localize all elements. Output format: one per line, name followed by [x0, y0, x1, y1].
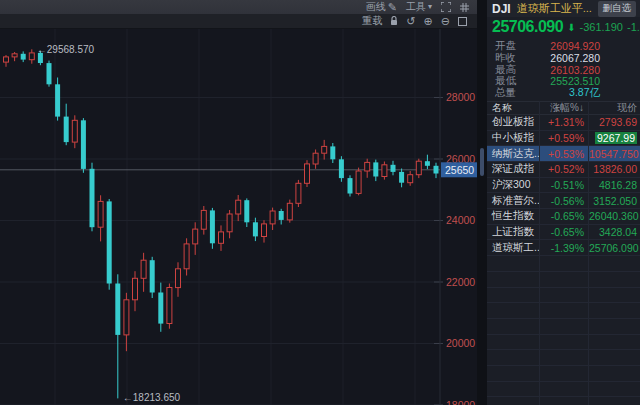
- empty-table-row: [487, 319, 640, 335]
- quote-panel: DJI 道琼斯工业平... 删自选 25706.090 ⬇ -361.190 -…: [487, 0, 640, 405]
- index-price: 3152.050: [588, 193, 640, 208]
- table-row[interactable]: 沪深300 -0.51% 4816.28: [487, 178, 640, 194]
- stat-value: 26103.280: [516, 64, 600, 76]
- index-change: +0.52%: [539, 162, 588, 177]
- index-name: 深证成指: [487, 162, 539, 177]
- index-price: 13826.00: [588, 162, 640, 177]
- index-name: 沪深300: [487, 178, 539, 193]
- svg-text:20000: 20000: [446, 337, 475, 349]
- empty-table-row: [487, 350, 640, 366]
- index-name: 恒生指数: [487, 209, 539, 224]
- undo-icon[interactable]: ↺: [406, 16, 415, 27]
- column-header-name[interactable]: 名称: [487, 101, 539, 115]
- scrollbar-thumb[interactable]: [480, 148, 484, 176]
- tools-dropdown[interactable]: 工具 ▾: [406, 2, 432, 12]
- index-name: 上证指数: [487, 225, 539, 240]
- quote-price-row: 25706.090 ⬇ -361.190 -1.39%: [487, 17, 640, 37]
- table-row[interactable]: 恒生指数 -0.65% 26040.360: [487, 209, 640, 225]
- svg-text:18000: 18000: [446, 399, 475, 405]
- index-change: -0.56%: [539, 193, 588, 208]
- price-change: -361.190: [580, 21, 623, 33]
- price-flash-cell: 9267.99: [595, 132, 637, 144]
- change-header-label: 涨幅%: [550, 101, 579, 115]
- draw-line-button[interactable]: 画线 ✎: [366, 2, 397, 13]
- stat-value: 3.87亿: [516, 86, 600, 100]
- empty-table-row: [487, 272, 640, 288]
- index-price: 2793.69: [588, 115, 640, 130]
- index-change: +1.31%: [539, 115, 588, 130]
- stat-value: 26067.280: [516, 52, 600, 64]
- index-change: -0.51%: [539, 178, 588, 193]
- svg-text:←18213.650: ←18213.650: [123, 392, 181, 403]
- quote-header: DJI 道琼斯工业平... 删自选: [487, 0, 640, 17]
- svg-text:22000: 22000: [446, 276, 475, 288]
- watchlist-remove-button[interactable]: 删自选: [598, 1, 637, 17]
- stat-label: 总量: [495, 86, 516, 100]
- stat-value: 26094.920: [516, 40, 600, 52]
- empty-table-row: [487, 256, 640, 272]
- svg-text:←29568.570: ←29568.570: [37, 44, 95, 55]
- fit-screen-icon[interactable]: [458, 17, 467, 26]
- grid-icon[interactable]: [460, 3, 469, 12]
- table-row[interactable]: 深证成指 +0.52% 13826.00: [487, 162, 640, 178]
- index-price: 4816.28: [588, 178, 640, 193]
- pencil-icon: ✎: [388, 2, 397, 13]
- trading-app-window: 画线 ✎ 工具 ▾ 重载 ↺ ⊕ ⊖: [0, 0, 640, 405]
- column-header-change[interactable]: 涨幅%↓: [539, 101, 588, 115]
- sort-descending-icon: ↓: [579, 102, 584, 113]
- chart-pane: 画线 ✎ 工具 ▾ 重载 ↺ ⊕ ⊖: [0, 0, 477, 405]
- table-row[interactable]: 创业板指 +1.31% 2793.69: [487, 115, 640, 131]
- index-change: +0.59%: [539, 131, 588, 146]
- table-row[interactable]: 标准普尔... -0.56% 3152.050: [487, 193, 640, 209]
- svg-text:24000: 24000: [446, 214, 475, 226]
- zoom-in-icon[interactable]: ⊕: [424, 16, 433, 27]
- index-change: -1.39%: [539, 240, 588, 255]
- index-price: 26040.360: [588, 209, 640, 224]
- table-row[interactable]: 道琼斯工... -1.39% 25706.090: [487, 240, 640, 256]
- watchlist-header: 名称 涨幅%↓ 现价: [487, 102, 640, 115]
- index-change: -0.65%: [539, 209, 588, 224]
- down-arrow-icon: ⬇: [567, 22, 575, 33]
- zoom-out-icon[interactable]: ⊖: [441, 16, 450, 27]
- draw-line-label: 画线: [366, 2, 386, 12]
- lock-icon[interactable]: [390, 16, 398, 26]
- stats-list: 开盘 26094.920昨收 26067.280最高 26103.280最低 2…: [487, 37, 640, 102]
- tools-label: 工具: [406, 2, 426, 12]
- index-price: 9267.99: [588, 131, 640, 146]
- index-price: 3428.04: [588, 225, 640, 240]
- index-price: 10547.750: [588, 146, 640, 161]
- pane-divider[interactable]: [477, 0, 487, 405]
- index-name: 创业板指: [487, 115, 539, 130]
- symbol-code: DJI: [492, 2, 511, 16]
- index-name: 中小板指: [487, 131, 539, 146]
- price-change-percent: -1.39%: [627, 21, 640, 33]
- index-name: 纳斯达克...: [487, 146, 539, 161]
- stat-row: 总量 3.87亿: [487, 87, 640, 99]
- chart-canvas[interactable]: 280002600024000220002000018000←29568.570…: [0, 29, 477, 405]
- empty-table-row: [487, 288, 640, 304]
- svg-text:28000: 28000: [446, 91, 475, 103]
- table-row[interactable]: 中小板指 +0.59% 9267.99: [487, 131, 640, 147]
- reload-label: 重载: [362, 16, 382, 26]
- empty-table-row: [487, 397, 640, 405]
- symbol-name: 道琼斯工业平...: [517, 1, 592, 16]
- chart-toolbar-row2: 重载 ↺ ⊕ ⊖: [0, 14, 477, 29]
- svg-text:25650: 25650: [445, 164, 474, 176]
- chevron-down-icon: ▾: [428, 3, 432, 11]
- index-price: 25706.090: [588, 240, 640, 255]
- index-change: -0.65%: [539, 225, 588, 240]
- reload-button[interactable]: 重载: [362, 16, 382, 26]
- empty-table-row: [487, 303, 640, 319]
- empty-table-row: [487, 335, 640, 351]
- index-change: +0.53%: [539, 146, 588, 161]
- index-name: 标准普尔...: [487, 193, 539, 208]
- candlestick-chart[interactable]: 280002600024000220002000018000←29568.570…: [0, 29, 477, 405]
- empty-table-row: [487, 366, 640, 382]
- empty-table-row: [487, 382, 640, 398]
- chart-toolbar-row1: 画线 ✎ 工具 ▾: [0, 0, 477, 14]
- table-row[interactable]: 纳斯达克... +0.53% 10547.750: [487, 146, 640, 162]
- expand-icon[interactable]: [441, 2, 451, 12]
- watchlist-body: 创业板指 +1.31% 2793.69中小板指 +0.59% 9267.99纳斯…: [487, 115, 640, 405]
- table-row[interactable]: 上证指数 -0.65% 3428.04: [487, 225, 640, 241]
- column-header-price[interactable]: 现价: [588, 101, 640, 115]
